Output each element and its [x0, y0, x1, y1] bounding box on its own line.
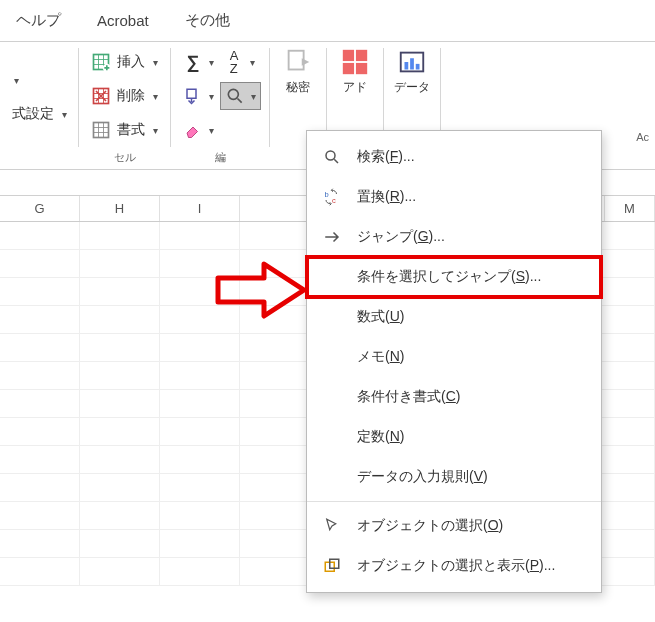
- col-header[interactable]: H: [80, 196, 160, 221]
- label: 削除: [117, 87, 145, 105]
- selection-pane-icon: [321, 555, 343, 577]
- col-header[interactable]: I: [160, 196, 240, 221]
- label: 条件を選択してジャンプ(S)...: [357, 268, 541, 286]
- label: 数式(U): [357, 308, 404, 326]
- editing-group: ∑ ▾ ▾ ▾ AZ ▾: [171, 42, 269, 169]
- format-setting-button[interactable]: ▾: [8, 66, 23, 94]
- ribbon-left-fragment: ▾ 式設定 ▾: [8, 42, 78, 169]
- fill-button[interactable]: ▾: [179, 82, 218, 110]
- label: データの入力規則(V): [357, 468, 488, 486]
- cells-group: 挿入 ▾ 削除 ▾ 書式 ▾ セル: [79, 42, 170, 169]
- conditional-formatting-button[interactable]: 式設定 ▾: [8, 100, 71, 128]
- chevron-down-icon: ▾: [251, 91, 256, 102]
- tab-help[interactable]: ヘルプ: [8, 5, 69, 36]
- svg-rect-6: [289, 51, 304, 70]
- format-cells-button[interactable]: 書式 ▾: [87, 116, 162, 144]
- label: メモ(N): [357, 348, 404, 366]
- label: オブジェクトの選択と表示(P)...: [357, 557, 555, 575]
- label: 式設定: [12, 105, 54, 123]
- label: ジャンプ(G)...: [357, 228, 445, 246]
- tab-other[interactable]: その他: [177, 5, 238, 36]
- chevron-down-icon: ▾: [209, 57, 214, 68]
- svg-rect-8: [356, 50, 367, 61]
- menu-notes[interactable]: メモ(N): [307, 337, 601, 377]
- fill-down-icon: [183, 86, 203, 106]
- sensitivity-icon: [282, 46, 314, 78]
- label: データ: [394, 80, 430, 94]
- chevron-down-icon: ▾: [209, 91, 214, 102]
- menu-formulas[interactable]: 数式(U): [307, 297, 601, 337]
- svg-point-15: [326, 151, 335, 160]
- label: 挿入: [117, 53, 145, 71]
- svg-rect-9: [343, 63, 354, 74]
- svg-rect-4: [187, 89, 196, 98]
- chart-icon: [396, 46, 428, 78]
- addins-icon: [339, 46, 371, 78]
- sort-icon: AZ: [224, 52, 244, 72]
- search-icon: [321, 146, 343, 168]
- menu-find[interactable]: 検索(F)...: [307, 137, 601, 177]
- clear-button[interactable]: ▾: [179, 116, 218, 144]
- chevron-down-icon: ▾: [153, 91, 158, 102]
- label: 書式: [117, 121, 145, 139]
- menu-conditional-formatting[interactable]: 条件付き書式(C): [307, 377, 601, 417]
- col-header[interactable]: M: [605, 196, 655, 221]
- label: 定数(N): [357, 428, 404, 446]
- insert-cells-button[interactable]: 挿入 ▾: [87, 48, 162, 76]
- svg-rect-10: [356, 63, 367, 74]
- sigma-icon: ∑: [183, 52, 203, 72]
- col-header[interactable]: G: [0, 196, 80, 221]
- svg-rect-14: [416, 64, 420, 70]
- menu-select-objects[interactable]: オブジェクトの選択(O): [307, 506, 601, 546]
- menu-replace[interactable]: bc 置換(R)...: [307, 177, 601, 217]
- svg-rect-12: [405, 62, 409, 70]
- label: オブジェクトの選択(O): [357, 517, 503, 535]
- eraser-icon: [183, 120, 203, 140]
- svg-rect-7: [343, 50, 354, 61]
- chevron-down-icon: ▾: [153, 57, 158, 68]
- chevron-down-icon: ▾: [62, 109, 67, 120]
- replace-icon: bc: [321, 186, 343, 208]
- insert-icon: [91, 52, 111, 72]
- menu-data-validation[interactable]: データの入力規則(V): [307, 457, 601, 497]
- find-select-menu: 検索(F)... bc 置換(R)... ジャンプ(G)... 条件を選択してジ…: [306, 130, 602, 593]
- svg-text:b: b: [325, 190, 329, 199]
- sort-filter-button[interactable]: AZ ▾: [220, 48, 261, 76]
- label: 検索(F)...: [357, 148, 415, 166]
- delete-cells-button[interactable]: 削除 ▾: [87, 82, 162, 110]
- group-label: 編: [215, 150, 226, 169]
- addins-group-label: Ac: [636, 131, 649, 143]
- chevron-down-icon: ▾: [250, 57, 255, 68]
- search-icon: [225, 86, 245, 106]
- svg-rect-3: [94, 123, 109, 138]
- menu-goto-special[interactable]: 条件を選択してジャンプ(S)...: [307, 257, 601, 297]
- menu-separator: [307, 501, 601, 502]
- menu-goto[interactable]: ジャンプ(G)...: [307, 217, 601, 257]
- chevron-down-icon: ▾: [153, 125, 158, 136]
- group-label: セル: [114, 150, 136, 169]
- chevron-down-icon: ▾: [14, 75, 19, 86]
- label: 置換(R)...: [357, 188, 416, 206]
- format-icon: [91, 120, 111, 140]
- label: アド: [343, 80, 367, 94]
- ribbon-tabs: ヘルプ Acrobat その他: [0, 0, 655, 42]
- tab-acrobat[interactable]: Acrobat: [89, 6, 157, 35]
- delete-icon: [91, 86, 111, 106]
- menu-constants[interactable]: 定数(N): [307, 417, 601, 457]
- svg-point-5: [228, 89, 238, 99]
- chevron-down-icon: ▾: [209, 125, 214, 136]
- cursor-icon: [321, 515, 343, 537]
- arrow-right-icon: [321, 226, 343, 248]
- svg-text:c: c: [332, 196, 336, 205]
- label: 条件付き書式(C): [357, 388, 460, 406]
- menu-selection-pane[interactable]: オブジェクトの選択と表示(P)...: [307, 546, 601, 586]
- label: 秘密: [286, 80, 310, 94]
- autosum-button[interactable]: ∑ ▾: [179, 48, 218, 76]
- svg-rect-13: [410, 58, 414, 69]
- find-select-button[interactable]: ▾: [220, 82, 261, 110]
